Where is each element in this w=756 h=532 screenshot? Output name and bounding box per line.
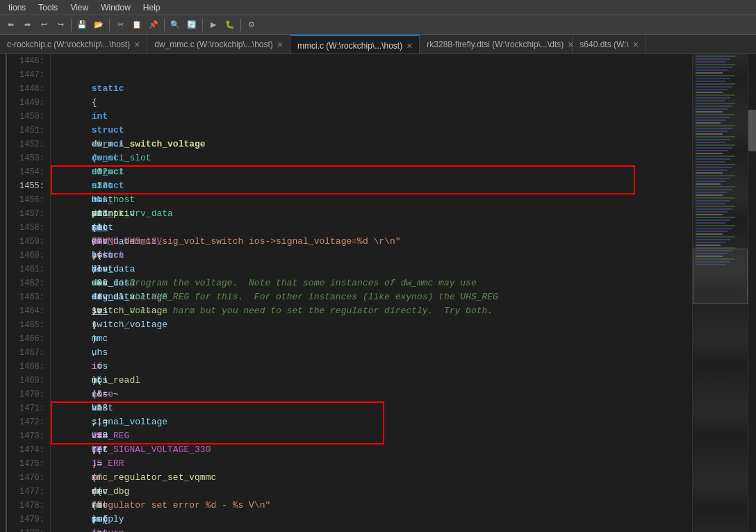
minimap[interactable] (692, 54, 748, 532)
menu-tions[interactable]: tions (3, 1, 31, 14)
code-line-1460: /* (51, 249, 692, 263)
line-num-1464: 1464: (13, 304, 44, 318)
menu-view[interactable]: View (65, 1, 94, 14)
code-line-1455: printk ( "\r\n ddmmci_sig_volt_switch io… (51, 179, 692, 193)
menu-window[interactable]: Window (95, 1, 136, 14)
line-num-1478: 1478: (13, 499, 44, 513)
line-num-1458: 1458: (13, 221, 44, 235)
toolbar-sep-4 (202, 19, 203, 31)
line-num-1474: 1474: (13, 443, 44, 457)
tab-dts-label: s640.dts (W:\ (580, 40, 628, 49)
code-line-1479: } (51, 513, 692, 526)
line-num-1456: 1456: (13, 193, 44, 207)
toolbar-btn-debug[interactable]: 🐛 (222, 17, 238, 33)
toolbar-sep-2 (109, 19, 110, 31)
code-line-1451: const struct dw_mci_drv_data * drv_data … (51, 124, 692, 138)
toolbar-btn-replace[interactable]: 🔄 (184, 17, 199, 33)
code-line-1458: return drv_data -> switch_voltage ( mmc … (51, 221, 692, 235)
tab-rockchip[interactable]: c-rockchip.c (W:\rockchip\...\host) × (0, 35, 147, 53)
code-line-1463: * does no harm but you need to set the r… (51, 290, 692, 304)
tab-mmci[interactable]: mmci.c (W:\rockchip\...\host) × (290, 35, 420, 53)
code-line-1474: if ( ret ) { (51, 443, 692, 457)
code-line-1450: struct dw_mci * host = slot -> host ; (51, 110, 692, 124)
toolbar-btn-cut[interactable]: ✂ (113, 17, 128, 33)
code-line-1468: else (51, 360, 692, 374)
code-line-1478: return ret ; (51, 499, 692, 513)
line-num-1461: 1461: (13, 263, 44, 276)
code-line-1466: if ( ios -> signal_voltage == MMC_SIGNAL… (51, 332, 692, 346)
code-line-1471: if (! IS_ERR ( mmc -> supply . vqmmc )) … (51, 401, 692, 415)
line-num-1465: 1465: (13, 318, 44, 332)
menu-help[interactable]: Help (138, 1, 166, 14)
minimap-viewport[interactable] (693, 249, 748, 304)
tab-dts-close[interactable]: × (633, 40, 639, 49)
code-line-1475: dev_dbg (& mmc -> class_dev , (51, 457, 692, 471)
line-num-1473: 1473: (13, 429, 44, 443)
code-line-1452: u32 uhs ; (51, 138, 692, 151)
menu-tools[interactable]: Tools (33, 1, 63, 14)
line-num-1452: 1452: (13, 138, 44, 151)
code-line-1472: ret = mmc_regulator_set_vqmmc ( mmc , io… (51, 415, 692, 429)
tab-dtsi[interactable]: rk3288-firefly.dtsi (W:\rockchip\...\dts… (420, 35, 573, 53)
line-num-1476: 1476: (13, 471, 44, 485)
line-num-1472: 1472: (13, 415, 44, 429)
tab-dw-mmc[interactable]: dw_mmc.c (W:\rockchip\...\host) × (147, 35, 290, 53)
code-line-1447: static int dw_mci_switch_voltage ( struc… (51, 68, 692, 82)
code-line-1453: u32 v18 = SDMMC_UHS_18V << slot -> id ; (51, 151, 692, 165)
line-num-1459: 1459: (13, 235, 44, 249)
code-content[interactable]: static int dw_mci_switch_voltage ( struc… (51, 54, 692, 532)
scrollbar[interactable] (748, 54, 756, 532)
toolbar-btn-search[interactable]: 🔍 (167, 17, 183, 33)
toolbar-btn-undo[interactable]: ↩ (36, 17, 51, 33)
line-num-1450: 1450: (13, 110, 44, 124)
code-line-1470 (51, 388, 692, 401)
code-line-1459 (51, 235, 692, 249)
toolbar-btn-build[interactable]: ▶ (206, 17, 221, 33)
line-num-1470: 1470: (13, 388, 44, 401)
code-line-1462: * the UHS_REG for this. For other instan… (51, 276, 692, 290)
code-line-1469: uhs |= v18 ; (51, 374, 692, 388)
tab-mmci-close[interactable]: × (406, 41, 412, 51)
toolbar-btn-save[interactable]: 💾 (74, 17, 90, 33)
main-area: 1446: 1447: 1448: 1449: 1450: 1451: 1452… (0, 54, 756, 532)
line-num-1477: 1477: (13, 485, 44, 499)
line-num-1466: 1466: (13, 332, 44, 346)
code-line-1477: ret , uhs & v18 ? "1.8" : "3.3" ); (51, 485, 692, 499)
line-num-1460: 1460: (13, 249, 44, 263)
toolbar-btn-open[interactable]: 📂 (91, 17, 106, 33)
line-num-1448: 1448: (13, 82, 44, 96)
tab-dw-mmc-label: dw_mmc.c (W:\rockchip\...\host) (154, 40, 272, 49)
tabs-bar: c-rockchip.c (W:\rockchip\...\host) × dw… (0, 35, 756, 54)
line-num-1446: 1446: (13, 54, 44, 68)
line-num-1479: 1479: (13, 513, 44, 526)
code-line-1464: */ (51, 304, 692, 318)
bracket-line (6, 54, 7, 532)
toolbar-btn-copy[interactable]: 📋 (129, 17, 145, 33)
code-line-1457: if ( drv_data && drv_data -> switch_volt… (51, 207, 692, 221)
line-num-1453: 1453: (13, 151, 44, 165)
code-line-1456 (51, 193, 692, 207)
toolbar: ⬅ ➡ ↩ ↪ 💾 📂 ✂ 📋 📌 🔍 🔄 ▶ 🐛 ⚙ (0, 15, 756, 35)
code-line-1448: { (51, 82, 692, 96)
minimap-content (693, 54, 748, 532)
line-num-1455: 1455: (13, 179, 44, 193)
code-line-1473 (51, 429, 692, 443)
line-num-1480: 1480: (13, 526, 44, 532)
toolbar-btn-redo[interactable]: ↪ (53, 17, 68, 33)
line-num-1463: 1463: (13, 290, 44, 304)
scrollbar-thumb[interactable] (748, 110, 756, 151)
line-num-1467: 1467: (13, 346, 44, 360)
toolbar-sep-3 (164, 19, 165, 31)
code-line-1449: struct dw_mci_slot * slot = mmc_priv ( m… (51, 96, 692, 110)
toolbar-btn-1[interactable]: ⬅ (3, 17, 18, 33)
toolbar-btn-settings[interactable]: ⚙ (244, 17, 259, 33)
code-line-1476: "Regulator set error %d - %s V\n" , (51, 471, 692, 485)
tab-dts[interactable]: s640.dts (W:\ × (573, 35, 646, 53)
toolbar-sep-5 (240, 19, 241, 31)
toolbar-btn-paste[interactable]: 📌 (146, 17, 161, 33)
toolbar-btn-2[interactable]: ➡ (19, 17, 35, 33)
line-num-1447: 1447: (13, 68, 44, 82)
tab-rockchip-close[interactable]: × (134, 40, 140, 49)
line-num-1469: 1469: (13, 374, 44, 388)
tab-dw-mmc-close[interactable]: × (277, 40, 283, 49)
